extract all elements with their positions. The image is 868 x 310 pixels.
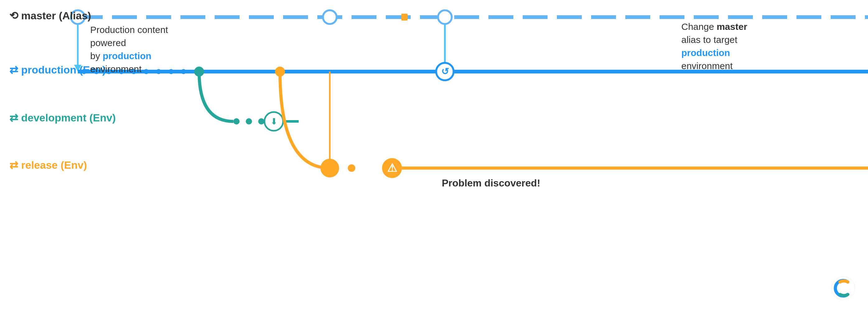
svg-point-4 (438, 10, 452, 24)
svg-point-19 (168, 69, 174, 74)
change-master-annotation: Change masteralias to targetproductionen… (681, 20, 806, 72)
release-label: ⇄ release (Env) (9, 159, 87, 171)
diagram-container: ↺ ⬇ ⚠ ⟲ master (Alias) ⇄ producti (0, 0, 868, 310)
development-icon: ⇄ (9, 112, 18, 124)
master-label: ⟲ master (Alias) (9, 9, 91, 22)
svg-point-20 (181, 69, 186, 74)
release-icon: ⇄ (9, 159, 18, 171)
svg-point-28 (246, 118, 252, 124)
svg-point-29 (258, 118, 265, 124)
svg-point-2 (323, 10, 337, 24)
problem-annotation: Problem discovered! (442, 178, 540, 189)
svg-point-34 (348, 164, 355, 172)
svg-text:⬇: ⬇ (270, 117, 278, 126)
contentful-logo (831, 276, 856, 301)
master-icon: ⟲ (9, 9, 18, 22)
production-icon: ⇄ (9, 63, 18, 76)
svg-text:↺: ↺ (441, 66, 449, 76)
svg-point-27 (233, 118, 240, 124)
svg-rect-3 (401, 14, 408, 21)
production-content-annotation: Production contentpoweredby productionen… (90, 23, 168, 75)
svg-text:⚠: ⚠ (387, 161, 397, 174)
svg-point-33 (320, 159, 339, 178)
development-label: ⇄ development (Env) (9, 112, 116, 124)
